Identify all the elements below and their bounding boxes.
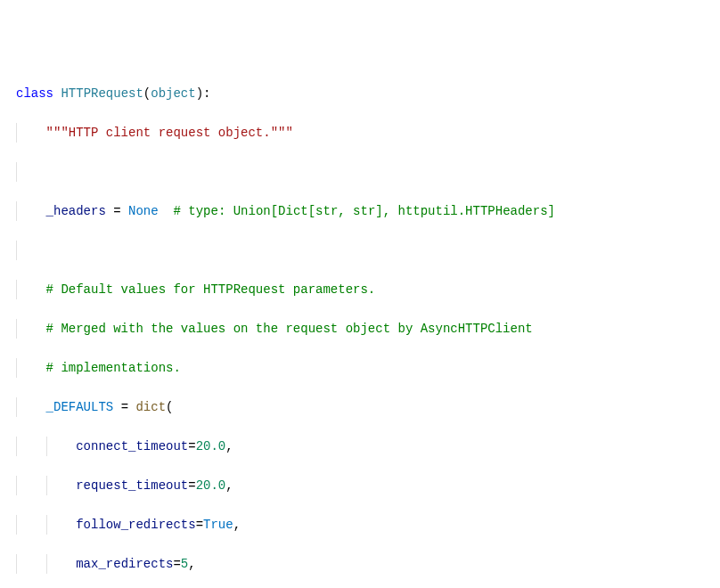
code-line[interactable]: follow_redirects=True, xyxy=(16,515,715,535)
var-headers: _headers xyxy=(46,204,106,218)
code-line[interactable]: """HTTP client request object.""" xyxy=(16,123,715,143)
code-line[interactable]: _headers = None # type: Union[Dict[str, … xyxy=(16,201,715,221)
open-paren: ( xyxy=(166,400,173,414)
comment: # Merged with the values on the request … xyxy=(46,322,533,336)
var-defaults: _DEFAULTS xyxy=(46,400,114,414)
code-line[interactable]: # Default values for HTTPRequest paramet… xyxy=(16,280,715,299)
code-line-blank[interactable] xyxy=(16,162,715,182)
code-line[interactable]: _DEFAULTS = dict( xyxy=(16,397,715,417)
param-name: follow_redirects xyxy=(76,518,195,532)
code-line[interactable]: connect_timeout=20.0, xyxy=(16,437,715,456)
param-name: connect_timeout xyxy=(76,439,188,453)
keyword-class: class xyxy=(16,86,53,101)
code-line[interactable]: max_redirects=5, xyxy=(16,554,715,574)
num-literal: 5 xyxy=(181,557,188,571)
bool-literal: True xyxy=(203,518,233,532)
type-comment: # type: Union[Dict[str, str], httputil.H… xyxy=(173,204,554,218)
class-name: HTTPRequest xyxy=(61,86,143,101)
num-literal: 20.0 xyxy=(196,439,226,453)
equals: = xyxy=(113,400,135,414)
base-class: object xyxy=(151,86,195,101)
comment: # Default values for HTTPRequest paramet… xyxy=(46,282,376,297)
num-literal: 20.0 xyxy=(196,478,226,493)
none-literal: None xyxy=(128,204,159,218)
comment: # implementations. xyxy=(46,361,181,375)
dict-call: dict xyxy=(135,400,166,414)
code-line-blank[interactable] xyxy=(16,241,715,260)
equals: = xyxy=(106,204,128,218)
docstring: """HTTP client request object.""" xyxy=(46,126,293,140)
code-line[interactable]: request_timeout=20.0, xyxy=(16,476,715,495)
code-line[interactable]: # Merged with the values on the request … xyxy=(16,319,715,339)
code-line[interactable]: # implementations. xyxy=(16,358,715,378)
param-name: request_timeout xyxy=(76,478,188,493)
param-name: max_redirects xyxy=(76,557,173,571)
code-line[interactable]: class HTTPRequest(object): xyxy=(16,84,715,103)
